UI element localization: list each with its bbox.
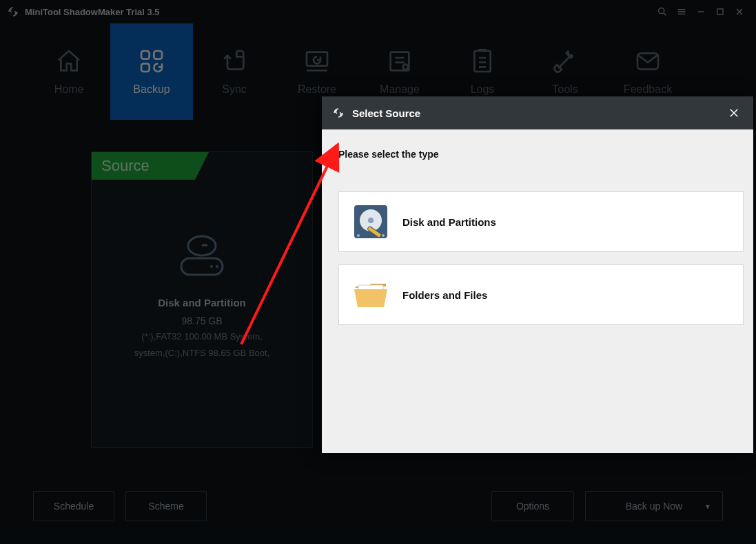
modal-close-button[interactable]: [724, 103, 744, 123]
select-source-modal: Select Source Please select the type: [322, 96, 753, 453]
svg-point-19: [382, 234, 385, 237]
option-label: Disk and Partitions: [402, 216, 496, 228]
sync-arrows-icon: [331, 106, 345, 120]
svg-point-16: [368, 218, 374, 223]
option-disk-partitions[interactable]: Disk and Partitions: [338, 191, 744, 252]
modal-header: Select Source: [322, 96, 753, 129]
app-window: MiniTool ShadowMaker Trial 3.5 Home: [0, 0, 756, 544]
folder-icon: [351, 275, 390, 314]
option-folders-files[interactable]: Folders and Files: [338, 264, 744, 325]
option-label: Folders and Files: [402, 289, 487, 301]
svg-point-18: [357, 234, 360, 237]
modal-title: Select Source: [352, 107, 420, 119]
hard-disk-icon: [351, 202, 390, 241]
modal-prompt: Please select the type: [338, 149, 744, 160]
